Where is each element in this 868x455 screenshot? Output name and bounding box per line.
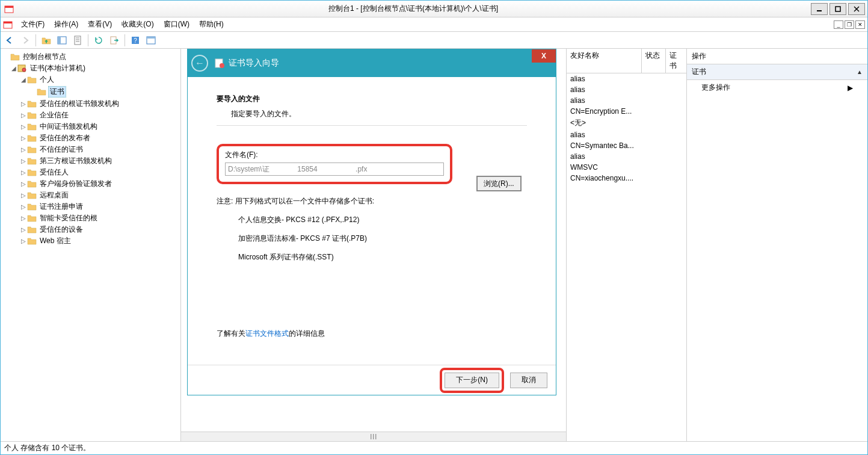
tree-label: 证书(本地计算机) xyxy=(29,63,87,73)
close-button[interactable] xyxy=(848,3,865,15)
menu-window[interactable]: 窗口(W) xyxy=(159,18,194,31)
tree-smartcard-trusted[interactable]: ▷ 智能卡受信任的根 xyxy=(1,212,180,224)
minimize-button[interactable] xyxy=(811,3,828,15)
folder-icon xyxy=(27,214,37,223)
export-button[interactable] xyxy=(108,34,121,47)
list-header: 友好名称 状态 证书 xyxy=(567,49,686,73)
refresh-button[interactable] xyxy=(92,34,105,47)
browse-button[interactable]: 浏览(R)... xyxy=(476,176,522,191)
wizard-close-button[interactable]: X xyxy=(532,49,556,63)
expand-arrow-icon[interactable]: ▷ xyxy=(20,226,27,233)
mdi-minimize-button[interactable]: _ xyxy=(834,20,843,29)
expand-arrow-icon[interactable]: ▷ xyxy=(20,203,27,210)
options-button[interactable] xyxy=(144,34,158,47)
list-item[interactable]: CN=Symantec Ba... xyxy=(567,140,686,151)
col-status[interactable]: 状态 xyxy=(642,49,666,73)
more-actions-link[interactable]: 更多操作 ▶ xyxy=(687,80,867,95)
chevron-right-icon: ▶ xyxy=(848,84,853,92)
show-hide-tree-button[interactable] xyxy=(55,34,69,47)
wizard-back-button[interactable]: ← xyxy=(191,55,208,72)
mdi-close-button[interactable]: ✕ xyxy=(855,20,865,29)
expand-arrow-icon[interactable]: ▷ xyxy=(20,181,27,187)
svg-point-20 xyxy=(22,68,26,72)
expand-arrow-icon[interactable]: ▷ xyxy=(20,135,27,141)
list-item[interactable]: alias xyxy=(567,129,686,140)
collapse-arrow-icon[interactable]: ◢ xyxy=(20,76,27,83)
tree-untrusted[interactable]: ▷ 不信任的证书 xyxy=(1,144,180,155)
tree-trusted-people[interactable]: ▷ 受信任人 xyxy=(1,167,180,178)
expand-arrow-icon[interactable]: ▷ xyxy=(20,238,27,244)
menu-help[interactable]: 帮助(H) xyxy=(194,18,229,31)
tree-trusted-root[interactable]: ▷ 受信任的根证书颁发机构 xyxy=(1,98,180,110)
tree-personal[interactable]: ◢ 个人 xyxy=(1,74,180,85)
folder-icon xyxy=(27,123,37,131)
nav-forward-button[interactable] xyxy=(19,34,32,47)
actions-section-certificates[interactable]: 证书 ▲ xyxy=(687,64,867,80)
tree-enterprise-trust[interactable]: ▷ 企业信任 xyxy=(1,110,180,121)
tree-label: 企业信任 xyxy=(38,110,70,120)
tree-label: 远程桌面 xyxy=(38,190,70,200)
menu-file[interactable]: 文件(F) xyxy=(16,18,49,31)
format-sst: Microsoft 系列证书存储(.SST) xyxy=(238,252,527,262)
mdi-restore-button[interactable]: ❐ xyxy=(845,20,854,29)
expand-arrow-icon[interactable]: ▷ xyxy=(20,158,27,164)
tree-cert-enrollment[interactable]: ▷ 证书注册申请 xyxy=(1,201,180,212)
tree-third-party-root[interactable]: ▷ 第三方根证书颁发机构 xyxy=(1,155,180,167)
horizontal-scrollbar[interactable]: ⅠⅠⅠ xyxy=(181,432,566,441)
collapse-arrow-icon[interactable]: ◢ xyxy=(10,65,17,72)
list-item[interactable]: alias xyxy=(567,84,686,95)
menu-action[interactable]: 操作(A) xyxy=(49,18,83,31)
tree-web-hosting[interactable]: ▷ Web 宿主 xyxy=(1,235,180,247)
window-title: 控制台1 - [控制台根节点\证书(本地计算机)\个人\证书] xyxy=(17,4,809,14)
list-item[interactable]: CN=xiaochengxu.... xyxy=(567,173,686,184)
menu-favorites[interactable]: 收藏夹(O) xyxy=(117,18,158,31)
collapse-arrow-icon: ▲ xyxy=(857,69,863,75)
expand-arrow-icon[interactable]: ▷ xyxy=(20,123,27,130)
expand-arrow-icon[interactable]: ▷ xyxy=(20,112,27,119)
expand-arrow-icon[interactable]: ▷ xyxy=(20,215,27,221)
tree-remote-desktop[interactable]: ▷ 远程桌面 xyxy=(1,190,180,201)
list-item[interactable]: alias xyxy=(567,151,686,162)
tree-trusted-publishers[interactable]: ▷ 受信任的发布者 xyxy=(1,132,180,144)
expand-arrow-icon[interactable]: ▷ xyxy=(20,169,27,176)
expand-arrow-icon[interactable]: ▷ xyxy=(20,146,27,153)
properties-button[interactable] xyxy=(71,34,84,47)
up-folder-button[interactable] xyxy=(40,34,53,47)
expand-arrow-icon[interactable]: ▷ xyxy=(20,192,27,199)
list-body[interactable]: alias alias alias CN=Encryption E... <无>… xyxy=(567,73,686,441)
cert-file-format-link[interactable]: 证书文件格式 xyxy=(245,329,289,338)
certificate-icon xyxy=(17,64,27,73)
tree-label: 证书注册申请 xyxy=(38,202,84,212)
actions-panel: 操作 证书 ▲ 更多操作 ▶ xyxy=(687,49,867,441)
next-button[interactable]: 下一步(N) xyxy=(445,373,499,388)
folder-icon xyxy=(27,180,37,188)
tree-intermediate[interactable]: ▷ 中间证书颁发机构 xyxy=(1,121,180,132)
console-tree[interactable]: 控制台根节点 ◢ 证书(本地计算机) ◢ 个人 证书 ▷ 受信任的根证书颁发机构 xyxy=(1,49,181,441)
format-pkcs12: 个人信息交换- PKCS #12 (.PFX,.P12) xyxy=(238,215,527,225)
tree-client-auth-issuers[interactable]: ▷ 客户端身份验证颁发者 xyxy=(1,178,180,190)
list-item[interactable]: alias xyxy=(567,95,686,106)
tree-label: 控制台根节点 xyxy=(22,52,67,62)
col-friendly-name[interactable]: 友好名称 xyxy=(567,49,642,73)
tree-root[interactable]: 控制台根节点 xyxy=(1,51,180,63)
nav-back-button[interactable] xyxy=(3,34,16,47)
tree-trusted-devices[interactable]: ▷ 受信任的设备 xyxy=(1,224,180,235)
filename-input[interactable] xyxy=(225,162,444,176)
menu-view[interactable]: 查看(V) xyxy=(83,18,117,31)
col-cert-template[interactable]: 证书 xyxy=(666,49,686,73)
maximize-button[interactable] xyxy=(830,3,846,15)
cert-list-panel: 友好名称 状态 证书 alias alias alias CN=Encrypti… xyxy=(567,49,687,441)
cancel-button[interactable]: 取消 xyxy=(510,373,547,388)
list-item[interactable]: alias xyxy=(567,73,686,84)
more-actions-label: 更多操作 xyxy=(701,82,730,93)
list-item[interactable]: WMSVC xyxy=(567,162,686,173)
actions-header: 操作 xyxy=(687,49,867,64)
expand-arrow-icon[interactable]: ▷ xyxy=(20,101,27,107)
list-item[interactable]: <无> xyxy=(567,117,686,129)
tree-certs-local[interactable]: ◢ 证书(本地计算机) xyxy=(1,63,180,74)
app-small-icon xyxy=(3,20,13,29)
tree-certificates[interactable]: 证书 xyxy=(1,85,180,98)
list-item[interactable]: CN=Encryption E... xyxy=(567,106,686,117)
tree-label: 证书 xyxy=(48,86,66,98)
help-button[interactable]: ? xyxy=(129,34,142,47)
